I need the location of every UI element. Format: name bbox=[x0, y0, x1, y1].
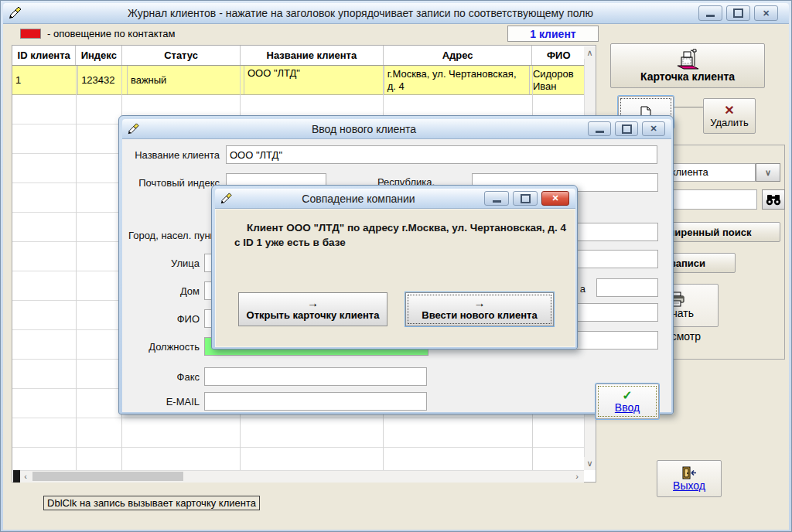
maximize-icon bbox=[733, 9, 743, 18]
right-col-input-small[interactable] bbox=[596, 278, 658, 297]
city-label: Город, насел. пункт bbox=[128, 230, 209, 241]
open-card-label: Открыть карточку клиента bbox=[247, 309, 380, 321]
main-window-title: Журнал клиентов - нажатие на заголовок у… bbox=[26, 7, 695, 19]
close-icon: ✕ bbox=[763, 9, 770, 19]
cell-id: 1 bbox=[12, 66, 78, 94]
scroll-down-icon[interactable]: ∨ bbox=[584, 457, 596, 470]
dialog-titlebar: Ввод нового клиента ✕ bbox=[122, 119, 671, 139]
cell-fio: Сидоров Иван bbox=[530, 66, 585, 94]
cell-address: г.Москва, ул. Чертановская, д. 4 bbox=[384, 66, 530, 94]
check-icon: ✓ bbox=[622, 390, 632, 401]
app-window: Журнал клиентов - нажатие на заголовок у… bbox=[0, 0, 792, 532]
binoculars-icon bbox=[766, 194, 781, 206]
delete-button[interactable]: ✕ Удалить bbox=[703, 98, 756, 134]
column-header-address[interactable]: Адрес bbox=[384, 46, 533, 65]
arrow-right-icon: → bbox=[307, 298, 319, 308]
table-header-row: ID клиента Индекс Статус Название клиент… bbox=[12, 46, 585, 66]
enter-new-client-button[interactable]: → Ввести нового клиента bbox=[405, 292, 554, 326]
chevron-down-icon: ∨ bbox=[765, 168, 771, 178]
grid-vline bbox=[76, 66, 77, 471]
company-match-dialog: Совпадение компании ✕ Клиент ООО "ЛТД" п… bbox=[211, 185, 578, 350]
email-label: E-MAIL bbox=[128, 396, 200, 408]
enter-new-label: Ввести нового клиента bbox=[422, 309, 537, 321]
alert-legend-swatch bbox=[20, 29, 41, 39]
modal-body: Клиент ООО "ЛТД" по адресу г.Москва, ул.… bbox=[215, 209, 575, 347]
dialog-close-button[interactable]: ✕ bbox=[642, 121, 665, 136]
delete-label: Удалить bbox=[710, 117, 749, 128]
close-button[interactable]: ✕ bbox=[754, 5, 778, 21]
column-header-index[interactable]: Индекс bbox=[76, 46, 122, 65]
minimize-button[interactable] bbox=[698, 5, 722, 21]
client-card-button[interactable]: Карточка клиента bbox=[610, 43, 765, 88]
find-button[interactable] bbox=[762, 189, 785, 210]
scroll-left-icon[interactable]: ‹ bbox=[20, 470, 31, 483]
cell-status: важный bbox=[128, 66, 244, 94]
table-row[interactable]: 1 123432 важный ООО "ЛТД" г.Москва, ул. … bbox=[12, 66, 585, 95]
dialog-minimize-button[interactable] bbox=[588, 121, 611, 136]
column-header-name[interactable]: Название клиента bbox=[241, 46, 384, 65]
dialog-maximize-button[interactable] bbox=[615, 121, 638, 136]
cell-name: ООО "ЛТД" bbox=[244, 66, 384, 94]
app-icon bbox=[3, 6, 26, 20]
scrollbar-corner-block bbox=[13, 470, 20, 483]
dialog-app-icon bbox=[122, 123, 144, 135]
column-header-id[interactable]: ID клиента bbox=[12, 46, 76, 65]
column-header-fio[interactable]: ФИО bbox=[532, 46, 585, 65]
dialog-title: Ввод нового клиента bbox=[144, 123, 584, 135]
maximize-icon bbox=[521, 194, 531, 203]
client-name-input[interactable] bbox=[226, 145, 657, 164]
open-card-button[interactable]: → Открыть карточку клиента bbox=[238, 292, 387, 326]
arrow-right-icon: → bbox=[474, 298, 486, 308]
hscroll-thumb[interactable] bbox=[32, 472, 183, 481]
modal-titlebar: Совпадение компании ✕ bbox=[215, 189, 575, 209]
match-message: Клиент ООО "ЛТД" по адресу г.Москва, ул.… bbox=[234, 220, 572, 250]
position-label: Должность bbox=[128, 341, 200, 353]
fax-input[interactable] bbox=[204, 367, 427, 386]
house-label: Дом bbox=[128, 285, 200, 297]
maximize-button[interactable] bbox=[726, 5, 750, 21]
combo-dropdown-button[interactable]: ∨ bbox=[756, 163, 780, 182]
client-card-label: Карточка клиента bbox=[640, 70, 735, 83]
column-header-status[interactable]: Статус bbox=[122, 46, 241, 65]
close-icon: ✕ bbox=[551, 193, 558, 203]
exit-label: Выход bbox=[673, 479, 705, 492]
client-count-badge: 1 клиент bbox=[507, 26, 599, 42]
email-input[interactable] bbox=[204, 392, 427, 411]
main-titlebar: Журнал клиентов - нажатие на заголовок у… bbox=[3, 3, 789, 24]
fax-label: Факс bbox=[128, 371, 200, 383]
scroll-up-icon[interactable]: ∧ bbox=[584, 46, 596, 59]
enter-label: Ввод bbox=[615, 401, 640, 414]
enter-button[interactable]: ✓ Ввод bbox=[596, 384, 659, 419]
exit-door-icon bbox=[681, 466, 697, 479]
maximize-icon bbox=[622, 124, 632, 134]
modal-app-icon bbox=[215, 193, 237, 205]
modal-close-button[interactable]: ✕ bbox=[541, 191, 569, 206]
delete-x-icon: ✕ bbox=[724, 104, 734, 117]
alert-legend-label: - оповещение по контактам bbox=[47, 28, 175, 39]
minimize-icon bbox=[596, 131, 604, 133]
street-label: Улица bbox=[128, 257, 200, 269]
modal-title: Совпадение компании bbox=[237, 193, 480, 205]
minimize-icon bbox=[493, 200, 501, 203]
cell-index: 123432 bbox=[78, 66, 128, 94]
status-hint: DblClk на запись вызывает карточку клиен… bbox=[43, 496, 260, 510]
divider-line bbox=[674, 107, 703, 107]
postal-code-label: Почтовый индекс bbox=[128, 177, 220, 189]
client-card-icon bbox=[674, 49, 701, 70]
minimize-icon bbox=[706, 15, 715, 17]
client-name-label: Название клиента bbox=[128, 149, 220, 161]
exit-button[interactable]: Выход bbox=[657, 460, 722, 497]
fio-label: ФИО bbox=[128, 313, 200, 325]
modal-minimize-button[interactable] bbox=[484, 191, 509, 206]
scroll-right-icon[interactable]: › bbox=[572, 470, 582, 483]
modal-maximize-button[interactable] bbox=[513, 191, 538, 206]
close-icon: ✕ bbox=[650, 124, 657, 134]
